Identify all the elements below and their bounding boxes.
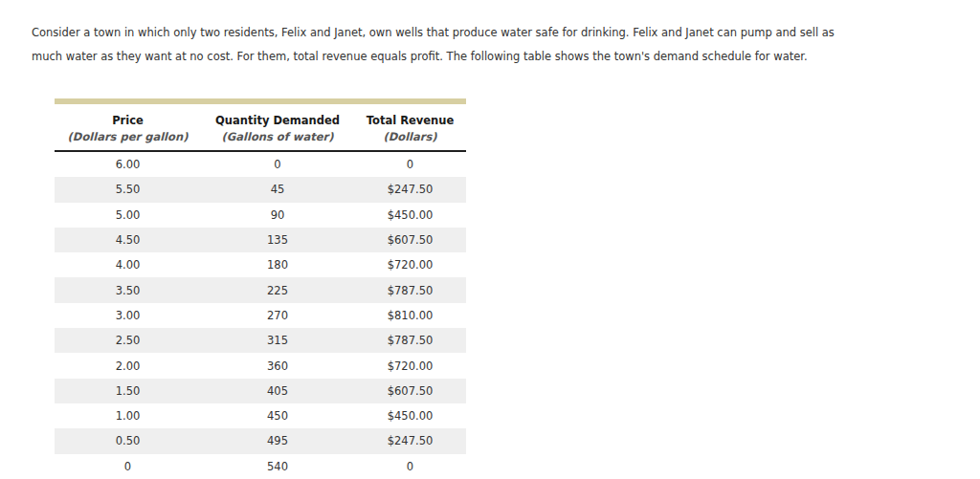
quantity-cell: 270 bbox=[201, 303, 354, 328]
table-row: 4.50 135 $607.50 bbox=[55, 228, 466, 252]
revenue-cell: $810.00 bbox=[354, 303, 466, 328]
price-cell: 3.00 bbox=[55, 303, 201, 328]
table-row: 3.00 270 $810.00 bbox=[55, 303, 466, 328]
table-row: 0 540 0 bbox=[55, 454, 466, 479]
price-cell: 0 bbox=[55, 454, 201, 479]
quantity-cell: 495 bbox=[201, 428, 354, 453]
table-header: Price Quantity Demanded Total Revenue (D… bbox=[55, 101, 466, 151]
table-row: 2.00 360 $720.00 bbox=[55, 353, 466, 378]
problem-statement: Consider a town in which only two reside… bbox=[32, 21, 980, 69]
revenue-cell: 0 bbox=[354, 151, 466, 177]
quantity-cell: 450 bbox=[201, 403, 354, 428]
revenue-cell: $787.50 bbox=[354, 328, 466, 353]
revenue-cell: 0 bbox=[354, 454, 466, 479]
revenue-cell: $720.00 bbox=[354, 353, 466, 378]
table-row: 0.50 495 $247.50 bbox=[55, 428, 466, 453]
price-cell: 4.50 bbox=[55, 228, 201, 252]
problem-statement-line-2: much water as they want at no cost. For … bbox=[32, 45, 980, 69]
column-header-revenue: Total Revenue bbox=[354, 101, 466, 130]
price-cell: 0.50 bbox=[55, 428, 201, 453]
demand-table-body: 6.00 0 0 5.50 45 $247.50 5.00 90 $450.00… bbox=[55, 151, 466, 479]
demand-schedule-table: Price Quantity Demanded Total Revenue (D… bbox=[55, 98, 466, 479]
revenue-cell: $247.50 bbox=[354, 177, 466, 202]
price-cell: 5.00 bbox=[55, 203, 201, 228]
quantity-cell: 45 bbox=[201, 177, 354, 202]
revenue-cell: $450.00 bbox=[354, 403, 466, 428]
quantity-cell: 360 bbox=[201, 353, 354, 378]
header-unit-row: (Dollars per gallon) (Gallons of water) … bbox=[55, 130, 466, 151]
revenue-cell: $787.50 bbox=[354, 277, 466, 302]
problem-page: Consider a town in which only two reside… bbox=[0, 21, 980, 479]
table-row: 5.00 90 $450.00 bbox=[55, 203, 466, 228]
header-label-row: Price Quantity Demanded Total Revenue bbox=[55, 101, 466, 130]
revenue-cell: $607.50 bbox=[354, 379, 466, 403]
table-row: 3.50 225 $787.50 bbox=[55, 277, 466, 302]
price-cell: 6.00 bbox=[55, 151, 201, 177]
price-cell: 5.50 bbox=[55, 177, 201, 202]
table-row: 5.50 45 $247.50 bbox=[55, 177, 466, 202]
quantity-cell: 90 bbox=[201, 203, 354, 228]
table-row: 6.00 0 0 bbox=[55, 151, 466, 177]
table-row: 1.50 405 $607.50 bbox=[55, 379, 466, 403]
column-unit-revenue: (Dollars) bbox=[354, 130, 466, 151]
problem-statement-line-1: Consider a town in which only two reside… bbox=[32, 21, 980, 45]
quantity-cell: 225 bbox=[201, 277, 354, 302]
quantity-cell: 0 bbox=[201, 151, 354, 177]
revenue-cell: $450.00 bbox=[354, 203, 466, 228]
column-unit-quantity: (Gallons of water) bbox=[201, 130, 354, 151]
price-cell: 3.50 bbox=[55, 277, 201, 302]
quantity-cell: 135 bbox=[201, 228, 354, 252]
table-row: 1.00 450 $450.00 bbox=[55, 403, 466, 428]
quantity-cell: 315 bbox=[201, 328, 354, 353]
column-unit-price: (Dollars per gallon) bbox=[55, 130, 201, 151]
price-cell: 2.50 bbox=[55, 328, 201, 353]
column-header-quantity: Quantity Demanded bbox=[201, 101, 354, 130]
quantity-cell: 405 bbox=[201, 379, 354, 403]
price-cell: 4.00 bbox=[55, 252, 201, 277]
column-header-price: Price bbox=[55, 101, 201, 130]
price-cell: 1.50 bbox=[55, 379, 201, 403]
price-cell: 1.00 bbox=[55, 403, 201, 428]
revenue-cell: $720.00 bbox=[354, 252, 466, 277]
quantity-cell: 180 bbox=[201, 252, 354, 277]
quantity-cell: 540 bbox=[201, 454, 354, 479]
revenue-cell: $607.50 bbox=[354, 228, 466, 252]
table-row: 2.50 315 $787.50 bbox=[55, 328, 466, 353]
table-row: 4.00 180 $720.00 bbox=[55, 252, 466, 277]
revenue-cell: $247.50 bbox=[354, 428, 466, 453]
price-cell: 2.00 bbox=[55, 353, 201, 378]
